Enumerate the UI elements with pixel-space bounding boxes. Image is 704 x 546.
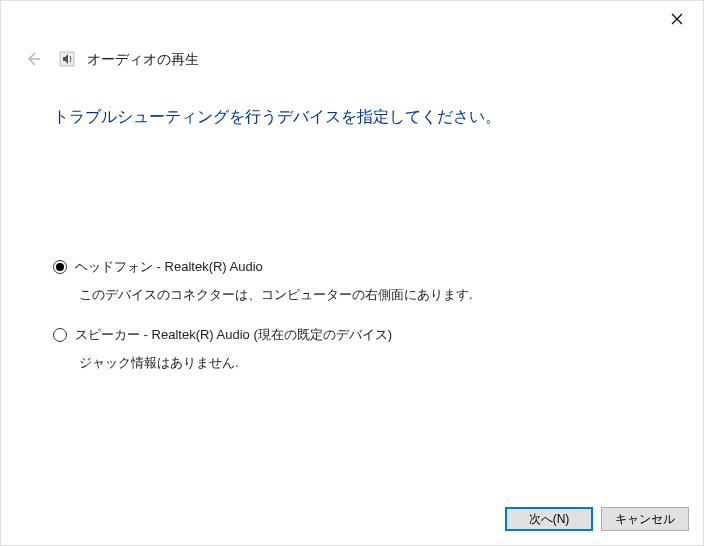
back-button[interactable] <box>23 49 43 69</box>
option-speakers[interactable]: スピーカー - Realtek(R) Audio (現在の既定のデバイス) <box>53 326 703 344</box>
next-button[interactable]: 次へ(N) <box>505 507 593 531</box>
close-button[interactable] <box>669 11 685 27</box>
option-label: スピーカー - Realtek(R) Audio (現在の既定のデバイス) <box>75 326 392 344</box>
speaker-icon <box>59 51 75 67</box>
option-label: ヘッドフォン - Realtek(R) Audio <box>75 258 263 276</box>
header: オーディオの再生 <box>1 1 703 69</box>
footer: 次へ(N) キャンセル <box>505 507 689 531</box>
option-description: このデバイスのコネクターは、コンピューターの右側面にあります. <box>79 286 703 304</box>
cancel-button[interactable]: キャンセル <box>601 507 689 531</box>
instruction-text: トラブルシューティングを行うデバイスを指定してください。 <box>53 107 703 128</box>
radio-headphones[interactable] <box>53 260 67 274</box>
close-icon <box>671 13 683 25</box>
back-arrow-icon <box>25 51 41 67</box>
option-headphones[interactable]: ヘッドフォン - Realtek(R) Audio <box>53 258 703 276</box>
option-description: ジャック情報はありません. <box>79 354 703 372</box>
header-title: オーディオの再生 <box>87 49 199 69</box>
radio-speakers[interactable] <box>53 328 67 342</box>
troubleshooter-window: オーディオの再生 トラブルシューティングを行うデバイスを指定してください。 ヘッ… <box>0 0 704 546</box>
device-options: ヘッドフォン - Realtek(R) Audio このデバイスのコネクターは、… <box>53 258 703 372</box>
